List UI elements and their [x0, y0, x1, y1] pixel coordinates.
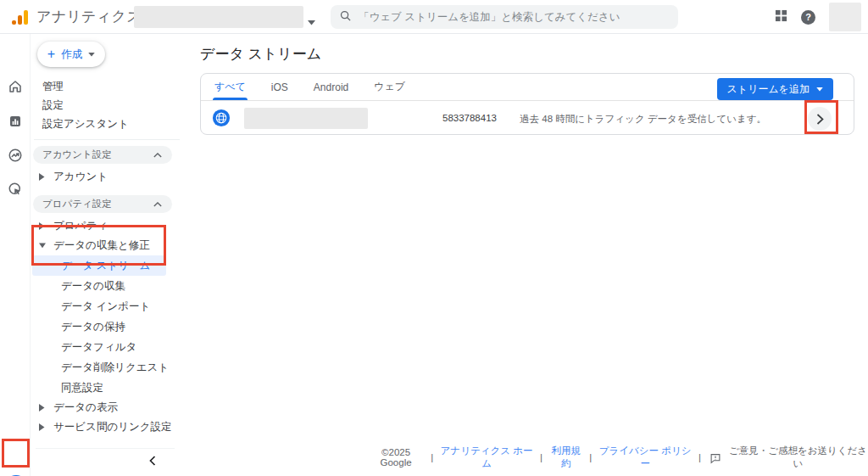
sidebar-item-label: サービス間のリンク設定 — [53, 420, 172, 434]
sidebar-item-data-import[interactable]: データ インポート — [31, 296, 183, 316]
footer: ©2025 Google | アナリティクス ホーム | 利用規約 | プライバ… — [366, 445, 868, 470]
sidebar-item-settings[interactable]: 設定 — [31, 96, 183, 115]
sidebar-item-data-collection[interactable]: データの収集 — [31, 276, 183, 296]
copyright: ©2025 Google — [366, 447, 426, 468]
triangle-right-icon — [39, 423, 46, 431]
stream-name-redacted — [244, 108, 368, 129]
top-bar: アナリティクス ? — [0, 0, 868, 34]
topbar-actions: ? — [775, 0, 868, 34]
add-stream-button[interactable]: ストリームを追加 — [717, 78, 833, 100]
create-button[interactable]: + 作成 — [37, 42, 105, 67]
page-title: データ ストリーム — [200, 44, 321, 64]
data-streams-card: すべて iOS Android ウェブ ストリームを追加 — [200, 73, 854, 135]
tab-android[interactable]: Android — [314, 74, 348, 100]
admin-sidebar: + 作成 管理 設定 設定アシスタント アカウント設定 アカウント プロパティ設… — [31, 34, 183, 476]
stream-status: 過去 48 時間にトラフィック データを受信しています。 — [520, 113, 766, 126]
stream-row[interactable]: 5833788413 過去 48 時間にトラフィック データを受信しています。 — [201, 102, 854, 135]
apps-grid-icon[interactable] — [775, 9, 787, 25]
search-bar[interactable] — [331, 5, 678, 29]
explore-icon[interactable] — [7, 147, 24, 164]
open-stream-chevron-icon[interactable] — [808, 107, 832, 131]
triangle-down-icon — [39, 243, 46, 249]
avatar[interactable] — [829, 3, 861, 31]
sidebar-divider — [34, 139, 180, 140]
caret-down-icon[interactable] — [308, 14, 315, 29]
sidebar-item-admin[interactable]: 管理 — [31, 77, 183, 96]
sidebar-item-setup-assistant[interactable]: 設定アシスタント — [31, 115, 183, 133]
footer-separator: | — [698, 452, 701, 462]
sidebar-item-label: アカウント — [53, 170, 108, 184]
section-property-settings[interactable]: プロパティ設定 — [33, 195, 172, 213]
collapse-sidebar-icon[interactable] — [149, 456, 156, 468]
footer-link-feedback[interactable]: ご意見・ご感想をお送りください — [728, 445, 868, 470]
caret-down-icon — [816, 87, 823, 92]
triangle-right-icon — [39, 222, 46, 230]
section-label: アカウント設定 — [42, 148, 112, 161]
footer-separator: | — [431, 452, 433, 462]
section-label: プロパティ設定 — [42, 198, 112, 210]
sidebar-item-data-collection-group[interactable]: データの収集と修正 — [31, 236, 183, 255]
footer-link-analytics-home[interactable]: アナリティクス ホーム — [438, 445, 535, 470]
home-icon[interactable] — [7, 78, 24, 95]
sidebar-item-data-streams[interactable]: データ ストリーム — [32, 255, 166, 276]
search-icon — [339, 9, 352, 25]
nav-rail: ⚙ — [0, 34, 31, 476]
stream-id: 5833788413 — [442, 113, 497, 123]
footer-link-privacy[interactable]: プライバシー ポリシー — [597, 445, 693, 470]
web-stream-globe-icon — [212, 109, 231, 127]
tab-all[interactable]: すべて — [214, 74, 246, 100]
sidebar-item-label: プロパティ — [53, 219, 108, 233]
sidebar-item-data-filters[interactable]: データフィルタ — [31, 337, 183, 357]
add-stream-button-label: ストリームを追加 — [727, 82, 810, 97]
main-content: データ ストリーム すべて iOS Android ウェブ ストリームを追加 — [183, 34, 868, 476]
tab-ios[interactable]: iOS — [271, 74, 288, 100]
plus-icon: + — [47, 48, 55, 61]
sidebar-item-label: データの収集と修正 — [53, 238, 150, 253]
footer-separator: | — [589, 452, 592, 462]
chevron-up-icon — [153, 153, 162, 158]
footer-separator: | — [540, 452, 542, 462]
section-account-settings[interactable]: アカウント設定 — [33, 146, 172, 164]
sidebar-item-account[interactable]: アカウント — [31, 167, 183, 187]
sidebar-item-consent-settings[interactable]: 同意設定 — [31, 378, 183, 398]
sidebar-item-property[interactable]: プロパティ — [31, 216, 183, 236]
tab-web[interactable]: ウェブ — [374, 74, 405, 100]
advertising-icon[interactable] — [7, 181, 24, 198]
app-title: アナリティクス — [36, 7, 142, 26]
reports-icon[interactable] — [7, 113, 24, 130]
feedback-icon — [709, 453, 721, 464]
chevron-up-icon — [153, 202, 162, 207]
sidebar-item-data-retention[interactable]: データの保持 — [31, 316, 183, 337]
sidebar-item-label: データの表示 — [53, 400, 118, 415]
analytics-admin-page: アナリティクス ? — [0, 0, 868, 476]
search-input[interactable] — [359, 11, 670, 23]
caret-down-icon — [88, 53, 95, 57]
sidebar-item-service-links-group[interactable]: サービス間のリンク設定 — [31, 417, 183, 437]
help-icon[interactable]: ? — [801, 10, 815, 25]
property-selector[interactable] — [134, 6, 303, 28]
triangle-right-icon — [39, 404, 46, 412]
analytics-logo-icon[interactable] — [12, 9, 28, 25]
create-button-label: 作成 — [61, 48, 82, 62]
sidebar-item-data-display-group[interactable]: データの表示 — [31, 398, 183, 417]
sidebar-bottom-divider — [36, 448, 175, 449]
sidebar-item-data-deletion-requests[interactable]: データ削除リクエスト — [31, 357, 183, 378]
triangle-right-icon — [39, 173, 46, 181]
footer-link-terms[interactable]: 利用規約 — [548, 445, 584, 470]
